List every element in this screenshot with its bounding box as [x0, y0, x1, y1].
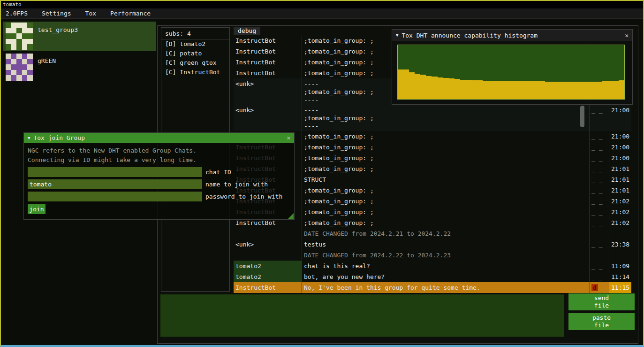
message-time: 21:00	[609, 131, 631, 142]
message-time: 23:38	[609, 239, 631, 250]
histogram-plot	[397, 45, 625, 100]
histogram-bar	[443, 78, 449, 99]
join-field-input[interactable]: tomato	[28, 179, 202, 189]
histogram-bar	[494, 81, 500, 99]
delivery-badge: d	[591, 284, 598, 291]
join-button[interactable]: join	[28, 204, 45, 214]
message-input[interactable]	[160, 294, 564, 337]
message-text: ;tomato_in_group: ;	[302, 185, 589, 196]
menubar-items: 2.0FPSSettingsToxPerformance	[1, 8, 160, 19]
message-text: STRUCT	[302, 174, 589, 185]
message-sender	[234, 250, 302, 261]
message-sender: <unk>	[234, 78, 302, 105]
histogram-bar	[613, 81, 619, 99]
join-group-window-titlebar[interactable]: ▼ Tox join Group ✕	[24, 133, 294, 143]
message-sender	[234, 228, 302, 239]
paste-file-button[interactable]: paste file	[568, 313, 635, 330]
histogram-bar	[579, 82, 585, 99]
message-text: ;tomato_in_group: ;	[302, 207, 589, 217]
histogram-bar	[477, 80, 483, 99]
message-text: DATE CHANGED from 2024.2.21 to 2024.2.22	[302, 228, 589, 239]
message-row[interactable]: DATE CHANGED from 2024.2.22 to 2024.2.23	[234, 250, 631, 261]
app-window: tomato 2.0FPSSettingsToxPerformance test…	[0, 0, 644, 347]
message-text: No, I've been in this group for quite so…	[302, 282, 589, 293]
message-row[interactable]: tomato2 chat is this real? _ _ 11:09	[234, 261, 631, 271]
message-row[interactable]: DATE CHANGED from 2024.2.21 to 2024.2.22	[234, 228, 631, 239]
message-delivery-marks: _ _	[589, 207, 609, 217]
join-field-value: tomato	[30, 181, 52, 188]
histogram-bar	[573, 82, 579, 99]
message-text: ---- ;tomato_in_group: ; ----	[302, 105, 589, 131]
message-text: testus	[302, 239, 589, 250]
message-text: ;tomato_in_group: ;	[302, 131, 589, 142]
message-time: 21:00	[609, 105, 631, 131]
close-icon[interactable]: ✕	[287, 134, 290, 141]
histogram-bar	[596, 82, 602, 99]
message-text: bot, are you new here?	[302, 271, 589, 282]
histogram-bar	[534, 81, 539, 99]
chat-scrollbar[interactable]	[580, 106, 584, 127]
message-delivery-marks: d	[589, 282, 609, 293]
join-field-input[interactable]	[28, 167, 202, 177]
members-count-label: subs: 4	[161, 28, 229, 39]
histogram-bar	[500, 81, 505, 99]
message-sender: InstructBot	[234, 282, 302, 293]
collapse-arrow-icon[interactable]: ▼	[396, 33, 398, 38]
join-field-row: password to join with	[28, 192, 290, 201]
group-list-item[interactable]: gREEN	[3, 53, 156, 82]
histogram-window: ▼ Tox DHT announce capability histogram …	[392, 29, 633, 105]
member-item[interactable]: [D] tomato2	[161, 39, 229, 49]
message-text: ;tomato_in_group: ;	[302, 142, 589, 153]
histogram-bar	[466, 80, 471, 99]
join-group-window: ▼ Tox join Group ✕ NGC refers to the New…	[23, 132, 295, 220]
join-help-line-1: NGC refers to the New DHT enabled Group …	[28, 146, 290, 155]
histogram-bar	[568, 82, 573, 99]
message-delivery-marks: _ _	[589, 185, 609, 196]
histogram-bar	[432, 77, 437, 99]
menu-item-tox[interactable]: Tox	[81, 8, 101, 19]
menu-item-settings[interactable]: Settings	[37, 8, 76, 19]
message-sender: InstructBot	[234, 57, 302, 68]
member-item[interactable]: [C] InstructBot	[161, 68, 229, 77]
histogram-bar	[523, 81, 528, 99]
menu-item-20fps[interactable]: 2.0FPS	[1, 8, 32, 19]
message-sender: tomato2	[234, 261, 302, 271]
histogram-bar	[455, 79, 460, 99]
message-delivery-marks: _ _	[589, 163, 609, 174]
tab-debug[interactable]: debug	[234, 27, 260, 35]
menubar: 2.0FPSSettingsToxPerformance	[1, 8, 643, 19]
member-item[interactable]: [C] green_qtox	[161, 58, 229, 68]
resize-grip[interactable]	[288, 213, 294, 219]
histogram-bar	[398, 69, 403, 99]
histogram-bar	[607, 81, 613, 99]
message-delivery-marks: _ _	[589, 217, 609, 228]
group-list-item[interactable]: test_group3	[3, 22, 156, 51]
message-row[interactable]: <unk> ---- ;tomato_in_group: ; ---- _ _ …	[234, 105, 631, 131]
join-field-input[interactable]	[28, 192, 202, 201]
histogram-bar	[426, 76, 432, 99]
histogram-bar	[409, 72, 415, 100]
member-list: [D] tomato2[C] potato[C] green_qtox[C] I…	[161, 39, 229, 77]
histogram-window-titlebar[interactable]: ▼ Tox DHT announce capability histogram …	[392, 30, 632, 41]
collapse-arrow-icon[interactable]: ▼	[28, 136, 30, 140]
message-row[interactable]: tomato2 bot, are you new here? _ _ 11:14	[234, 271, 631, 282]
menu-item-performance[interactable]: Performance	[106, 8, 155, 19]
message-delivery-marks: _ _	[589, 196, 609, 207]
message-text: ;tomato_in_group: ;	[302, 196, 589, 207]
histogram-bar	[420, 75, 426, 99]
close-icon[interactable]: ✕	[625, 32, 629, 39]
message-time: 21:01	[609, 163, 631, 174]
join-field-label: name to join with	[205, 181, 268, 188]
message-row[interactable]: InstructBot No, I've been in this group …	[234, 282, 631, 293]
message-text: chat is this real?	[302, 261, 589, 271]
histogram-bar	[562, 82, 568, 99]
join-group-window-title: Tox join Group	[33, 134, 85, 141]
member-item[interactable]: [C] potato	[161, 49, 229, 58]
message-delivery-marks: _ _	[589, 239, 609, 250]
window-titlebar[interactable]: tomato	[1, 1, 643, 8]
message-delivery-marks: _ _	[589, 131, 609, 142]
send-file-button[interactable]: send file	[568, 293, 635, 310]
message-row[interactable]: <unk> testus _ _ 23:38	[234, 239, 631, 250]
histogram-window-title: Tox DHT announce capability histogram	[402, 32, 538, 39]
message-delivery-marks: _ _	[589, 271, 609, 282]
